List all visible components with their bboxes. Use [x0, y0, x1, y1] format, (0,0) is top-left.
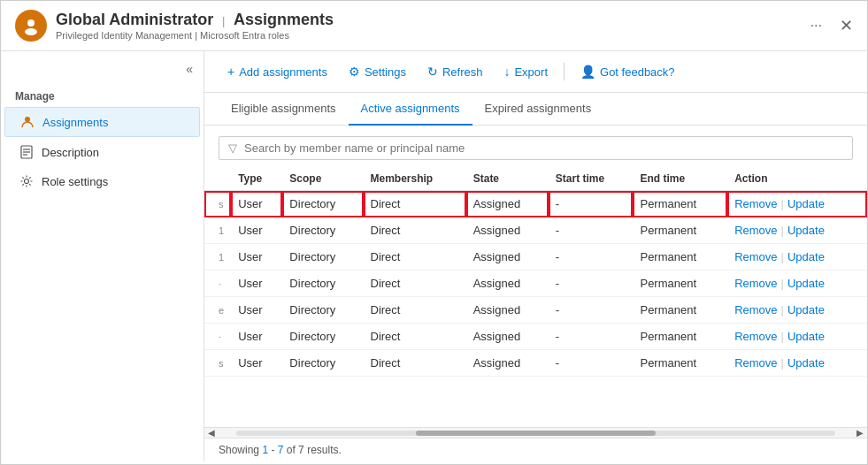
svg-point-2	[25, 117, 30, 122]
col-start-time: Start time	[549, 167, 634, 191]
row-action: Remove | Update	[727, 324, 867, 350]
table-row: s User Directory Direct Assigned - Perma…	[204, 350, 867, 377]
row-start-time: -	[549, 324, 634, 350]
content: + Add assignments ⚙ Settings ↻ Refresh ↓…	[204, 51, 867, 461]
footer-prefix: Showing	[219, 444, 262, 456]
row-indicator: s	[204, 191, 231, 217]
update-link[interactable]: Update	[787, 330, 825, 343]
row-action: Remove | Update	[727, 244, 867, 271]
row-membership: Direct	[364, 217, 466, 244]
remove-link[interactable]: Remove	[734, 330, 777, 343]
update-link[interactable]: Update	[787, 356, 825, 370]
add-assignments-button[interactable]: + Add assignments	[219, 60, 336, 83]
row-scope: Directory	[282, 350, 363, 377]
row-end-time: Permanent	[633, 244, 727, 271]
update-link[interactable]: Update	[787, 197, 825, 210]
action-separator: |	[781, 250, 784, 263]
sidebar-item-description[interactable]: Description	[4, 138, 200, 166]
col-end-time: End time	[633, 167, 727, 191]
sidebar-assignments-label: Assignments	[42, 116, 108, 129]
row-state: Assigned	[466, 271, 549, 297]
table-row: 1 User Directory Direct Assigned - Perma…	[204, 244, 867, 271]
col-indicator	[204, 167, 231, 191]
table-row: · User Directory Direct Assigned - Perma…	[204, 324, 867, 350]
scrollbar-thumb[interactable]	[416, 431, 656, 436]
search-area: ▽	[204, 126, 867, 167]
row-end-time: Permanent	[633, 297, 727, 324]
row-start-time: -	[549, 271, 634, 297]
header-title-group: Global Administrator | Assignments Privi…	[56, 11, 800, 41]
update-link[interactable]: Update	[787, 303, 825, 316]
collapse-icon[interactable]: «	[186, 62, 193, 76]
row-scope: Directory	[282, 244, 363, 271]
table-row: · User Directory Direct Assigned - Perma…	[204, 271, 867, 297]
row-membership: Direct	[364, 191, 466, 217]
update-link[interactable]: Update	[787, 224, 825, 237]
row-scope: Directory	[282, 271, 363, 297]
tab-active[interactable]: Active assignments	[349, 93, 472, 126]
action-separator: |	[781, 224, 784, 237]
row-start-time: -	[549, 297, 634, 324]
scrollbar-track[interactable]	[236, 431, 835, 436]
col-state: State	[466, 167, 549, 191]
scroll-right-arrow[interactable]: ▶	[853, 428, 867, 438]
horizontal-scrollbar[interactable]: ◀ ▶	[204, 427, 867, 438]
header: Global Administrator | Assignments Privi…	[1, 1, 867, 51]
more-button[interactable]: ···	[810, 18, 822, 34]
settings-button[interactable]: ⚙ Settings	[340, 60, 415, 83]
tabs: Eligible assignments Active assignments …	[204, 93, 867, 126]
footer-range-sep: -	[268, 444, 278, 456]
row-type: User	[231, 297, 282, 324]
remove-link[interactable]: Remove	[734, 356, 777, 370]
row-scope: Directory	[282, 297, 363, 324]
assignments-icon	[19, 114, 35, 130]
remove-link[interactable]: Remove	[734, 250, 777, 263]
remove-link[interactable]: Remove	[734, 197, 777, 210]
search-icon: ▽	[228, 141, 237, 155]
sidebar-manage-label: Manage	[1, 83, 204, 106]
remove-link[interactable]: Remove	[734, 224, 777, 237]
toolbar: + Add assignments ⚙ Settings ↻ Refresh ↓…	[204, 51, 867, 93]
table-row: 1 User Directory Direct Assigned - Perma…	[204, 217, 867, 244]
row-end-time: Permanent	[633, 324, 727, 350]
row-start-time: -	[549, 244, 634, 271]
action-separator: |	[781, 330, 784, 343]
footer: Showing 1 - 7 of 7 results.	[204, 438, 867, 461]
tab-expired[interactable]: Expired assignments	[472, 93, 604, 126]
export-button[interactable]: ↓ Export	[495, 60, 557, 83]
scroll-left-arrow[interactable]: ◀	[204, 428, 219, 438]
row-action: Remove | Update	[727, 217, 867, 244]
search-input[interactable]	[244, 141, 843, 155]
update-link[interactable]: Update	[787, 277, 825, 290]
feedback-button[interactable]: 👤 Got feedback?	[572, 60, 684, 83]
sidebar-item-assignments[interactable]: Assignments	[4, 107, 200, 137]
row-membership: Direct	[364, 271, 466, 297]
sidebar-collapse-btn[interactable]: «	[1, 58, 204, 83]
remove-link[interactable]: Remove	[734, 277, 777, 290]
row-membership: Direct	[364, 350, 466, 377]
row-indicator: 1	[204, 217, 231, 244]
col-membership: Membership	[364, 167, 466, 191]
svg-point-7	[25, 179, 29, 184]
tab-eligible[interactable]: Eligible assignments	[219, 93, 349, 126]
row-indicator: e	[204, 297, 231, 324]
row-state: Assigned	[466, 191, 549, 217]
row-end-time: Permanent	[633, 191, 727, 217]
row-scope: Directory	[282, 324, 363, 350]
action-separator: |	[781, 303, 784, 316]
refresh-button[interactable]: ↻ Refresh	[419, 60, 492, 83]
row-state: Assigned	[466, 297, 549, 324]
main-layout: « Manage Assignments Des	[1, 51, 867, 461]
update-link[interactable]: Update	[787, 250, 825, 263]
footer-total: 7	[298, 444, 304, 456]
assignments-table: Type Scope Membership State Start time E…	[204, 167, 867, 377]
table-row: e User Directory Direct Assigned - Perma…	[204, 297, 867, 324]
search-box: ▽	[219, 136, 853, 160]
close-button[interactable]: ✕	[840, 16, 853, 35]
sidebar-item-role-settings[interactable]: Role settings	[4, 167, 200, 195]
row-type: User	[231, 191, 282, 217]
row-indicator: s	[204, 350, 231, 377]
row-state: Assigned	[466, 217, 549, 244]
row-indicator: ·	[204, 324, 231, 350]
remove-link[interactable]: Remove	[734, 303, 777, 316]
